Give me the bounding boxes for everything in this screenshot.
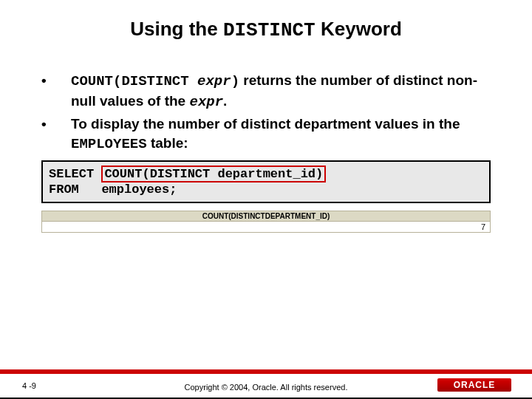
code-inline: EMPLOYEES bbox=[71, 136, 147, 152]
bullet-item: • To display the number of distinct depa… bbox=[41, 115, 491, 154]
code-inline: ) bbox=[231, 73, 239, 89]
slide-footer: 4 -9 Copyright © 2004, Oracle. All right… bbox=[0, 369, 532, 399]
code-block: SELECT COUNT(DISTINCT department_id) FRO… bbox=[41, 160, 491, 204]
slide: Using the DISTINCT Keyword • COUNT(DISTI… bbox=[0, 0, 532, 399]
title-post: Keyword bbox=[316, 18, 402, 40]
plain-text: . bbox=[223, 93, 227, 109]
content-area: • COUNT(DISTINCT expr) returns the numbe… bbox=[0, 49, 532, 233]
code-inline-italic: expr bbox=[197, 73, 231, 89]
bullet-text: COUNT(DISTINCT expr) returns the number … bbox=[71, 71, 491, 112]
title-pre: Using the bbox=[130, 18, 223, 40]
code-inline-italic: expr bbox=[189, 94, 223, 110]
oracle-logo: ORACLE bbox=[437, 378, 511, 392]
bullet-text: To display the number of distinct depart… bbox=[71, 115, 491, 154]
code-keyword: SELECT bbox=[49, 167, 101, 181]
code-highlight: COUNT(DISTINCT department_id) bbox=[101, 166, 326, 183]
query-result: COUNT(DISTINCTDEPARTMENT_ID) 7 bbox=[41, 211, 491, 233]
slide-title: Using the DISTINCT Keyword bbox=[0, 0, 532, 49]
bullet-marker: • bbox=[41, 115, 71, 154]
slide-number: 4 -9 bbox=[22, 381, 36, 390]
bullet-item: • COUNT(DISTINCT expr) returns the numbe… bbox=[41, 71, 491, 112]
bullet-list: • COUNT(DISTINCT expr) returns the numbe… bbox=[41, 71, 491, 154]
title-keyword: DISTINCT bbox=[223, 19, 316, 41]
logo-text: ORACLE bbox=[454, 380, 496, 390]
footer-accent-bar bbox=[0, 369, 532, 374]
plain-text: table: bbox=[147, 135, 188, 151]
result-cell: 7 bbox=[41, 222, 491, 233]
plain-text: To display the number of distinct depart… bbox=[71, 116, 460, 132]
bullet-marker: • bbox=[41, 71, 71, 112]
result-column-header: COUNT(DISTINCTDEPARTMENT_ID) bbox=[41, 211, 491, 222]
code-line: FROM employees; bbox=[49, 183, 177, 197]
code-inline: COUNT(DISTINCT bbox=[71, 73, 197, 89]
